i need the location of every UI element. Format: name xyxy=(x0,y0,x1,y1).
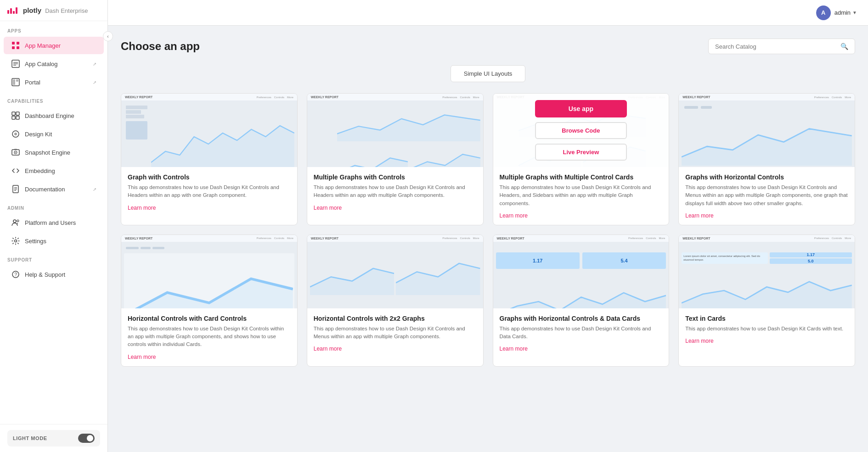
content-area: Choose an app 🔍 Simple UI Layouts WEEKLY… xyxy=(108,26,868,452)
dashboard-icon xyxy=(11,111,20,120)
app-card-title: Horizontal Controls with 2x2 Graphs xyxy=(314,315,477,322)
learn-more-link[interactable]: Learn more xyxy=(500,346,528,352)
svg-point-25 xyxy=(13,220,16,223)
design-kit-icon xyxy=(11,129,20,139)
sidebar-item-label: Platform and Users xyxy=(25,219,96,226)
svg-rect-20 xyxy=(14,149,17,150)
sidebar-item-label: Settings xyxy=(25,238,96,245)
grid-icon xyxy=(11,41,20,50)
light-mode-label: LIGHT MODE xyxy=(13,435,47,441)
app-card-horizontal-2x2[interactable]: WEEKLY REPORT PreferencesControlsMore xyxy=(307,234,484,367)
app-card-multi-graphs-controls[interactable]: WEEKLY REPORT PreferencesControlsMore xyxy=(307,93,484,225)
sidebar: plotly Dash Enterprise ‹ APPS App Manage… xyxy=(0,0,108,452)
app-card-body: Text in Cards This app demonstrates how … xyxy=(679,308,855,350)
sidebar-section-capabilities: CAPABILITIES xyxy=(0,91,107,106)
sidebar-item-label: Design Kit xyxy=(25,131,96,138)
external-link-icon: ➚ xyxy=(93,187,96,192)
app-card-desc: This app demonstrates how to use Dash De… xyxy=(314,325,477,341)
sidebar-item-label: Documentation xyxy=(25,186,88,193)
logo-text: plotly Dash Enterprise xyxy=(21,6,88,14)
svg-rect-3 xyxy=(17,46,19,49)
app-card-desc: This app demonstrates how to use Dash De… xyxy=(128,325,291,349)
search-input[interactable] xyxy=(715,43,837,50)
search-box: 🔍 xyxy=(708,39,855,54)
search-icon: 🔍 xyxy=(840,43,848,50)
use-app-button[interactable]: Use app xyxy=(535,100,627,117)
svg-point-26 xyxy=(17,220,19,222)
sidebar-item-dashboard-engine[interactable]: Dashboard Engine xyxy=(4,107,104,124)
sidebar-item-design-kit[interactable]: Design Kit xyxy=(4,125,104,143)
learn-more-link[interactable]: Learn more xyxy=(128,354,156,360)
toggle-switch[interactable] xyxy=(78,434,95,443)
app-card-graph-controls[interactable]: WEEKLY REPORT PreferencesControlsMore xyxy=(121,93,298,225)
learn-more-link[interactable]: Learn more xyxy=(685,212,713,219)
svg-rect-13 xyxy=(12,116,15,119)
app-card-graphs-data-cards[interactable]: WEEKLY REPORT PreferencesControlsMore 1.… xyxy=(493,234,670,367)
tab-simple-ui-layouts[interactable]: Simple UI Layouts xyxy=(451,65,526,82)
learn-more-link[interactable]: Learn more xyxy=(500,212,528,219)
snapshot-icon xyxy=(11,148,20,157)
sidebar-collapse-button[interactable]: ‹ xyxy=(103,31,113,41)
svg-point-27 xyxy=(15,240,17,242)
sidebar-item-documentation[interactable]: Documentation ➚ xyxy=(4,180,104,198)
light-mode-toggle[interactable]: LIGHT MODE xyxy=(7,430,100,446)
sidebar-item-label: Help & Support xyxy=(25,271,96,278)
learn-more-link[interactable]: Learn more xyxy=(685,338,713,344)
sidebar-item-platform-users[interactable]: Platform and Users xyxy=(4,214,104,231)
app-card-body: Graphs with Horizontal Controls & Data C… xyxy=(493,308,669,358)
app-card-desc: This app demonstrates how to use Dash De… xyxy=(128,184,291,200)
app-card-title: Text in Cards xyxy=(685,315,848,322)
svg-rect-14 xyxy=(16,116,19,119)
app-card-desc: This app demonstrates how to use Dash De… xyxy=(685,325,848,333)
app-card-horizontal-card-controls[interactable]: WEEKLY REPORT PreferencesControlsMore xyxy=(121,234,298,367)
main-area: A admin ▼ Choose an app 🔍 Simple UI Layo… xyxy=(108,0,868,452)
app-grid: WEEKLY REPORT PreferencesControlsMore xyxy=(121,93,855,367)
external-link-icon: ➚ xyxy=(93,80,96,85)
learn-more-link[interactable]: Learn more xyxy=(314,346,342,352)
app-card-body: Graphs with Horizontal Controls This app… xyxy=(679,167,855,225)
live-preview-button[interactable]: Live Preview xyxy=(535,144,627,161)
app-card-title: Multiple Graphs with Controls xyxy=(314,173,477,181)
sidebar-item-portal[interactable]: Portal ➚ xyxy=(4,73,104,91)
sidebar-item-help-support[interactable]: ? Help & Support xyxy=(4,266,104,283)
sidebar-item-label: Dashboard Engine xyxy=(25,112,96,119)
catalog-icon xyxy=(11,59,20,68)
page-title: Choose an app xyxy=(121,40,200,53)
portal-icon xyxy=(11,78,20,87)
sidebar-item-label: Portal xyxy=(25,79,88,86)
app-card-text-in-cards[interactable]: WEEKLY REPORT PreferencesControlsMore Lo… xyxy=(678,234,855,367)
sidebar-item-snapshot-engine[interactable]: Snapshot Engine xyxy=(4,144,104,161)
svg-point-19 xyxy=(15,152,16,153)
app-card-title: Graph with Controls xyxy=(128,173,291,181)
app-card-title: Multiple Graphs with Multiple Control Ca… xyxy=(500,173,663,181)
sidebar-item-label: App Manager xyxy=(25,42,96,49)
sidebar-item-settings[interactable]: Settings xyxy=(4,232,104,250)
users-icon xyxy=(11,218,20,227)
sidebar-header: plotly Dash Enterprise xyxy=(0,0,107,21)
app-card-multi-graphs-multi-controls[interactable]: WEEKLY REPORT PreferencesControlsMore xyxy=(493,93,670,225)
sidebar-section-support: SUPPORT xyxy=(0,250,107,265)
svg-rect-0 xyxy=(12,42,15,45)
app-card-body: Horizontal Controls with 2x2 Graphs This… xyxy=(307,308,483,358)
logo-icon xyxy=(7,7,17,14)
svg-rect-1 xyxy=(17,42,19,45)
app-card-preview: WEEKLY REPORT PreferencesControlsMore xyxy=(307,94,483,167)
app-card-body: Multiple Graphs with Controls This app d… xyxy=(307,167,483,217)
app-card-body: Graph with Controls This app demonstrate… xyxy=(121,167,297,217)
tab-bar: Simple UI Layouts xyxy=(121,65,855,82)
topbar: A admin ▼ xyxy=(108,0,868,26)
app-card-graphs-horizontal-controls[interactable]: WEEKLY REPORT PreferencesControlsMore xyxy=(678,93,855,225)
browse-code-button[interactable]: Browse Code xyxy=(535,122,627,139)
svg-text:?: ? xyxy=(15,272,17,277)
app-card-preview: WEEKLY REPORT PreferencesControlsMore xyxy=(679,94,855,167)
learn-more-link[interactable]: Learn more xyxy=(314,205,342,211)
app-card-title: Horizontal Controls with Card Controls xyxy=(128,315,291,322)
chevron-down-icon[interactable]: ▼ xyxy=(852,10,857,15)
sidebar-item-app-manager[interactable]: App Manager xyxy=(4,37,104,54)
sidebar-item-app-catalog[interactable]: App Catalog ➚ xyxy=(4,55,104,73)
learn-more-link[interactable]: Learn more xyxy=(128,205,156,211)
svg-rect-2 xyxy=(12,46,15,49)
app-card-title: Graphs with Horizontal Controls xyxy=(685,173,848,181)
sidebar-item-embedding[interactable]: Embedding xyxy=(4,162,104,179)
app-card-preview: WEEKLY REPORT PreferencesControlsMore xyxy=(121,94,297,167)
